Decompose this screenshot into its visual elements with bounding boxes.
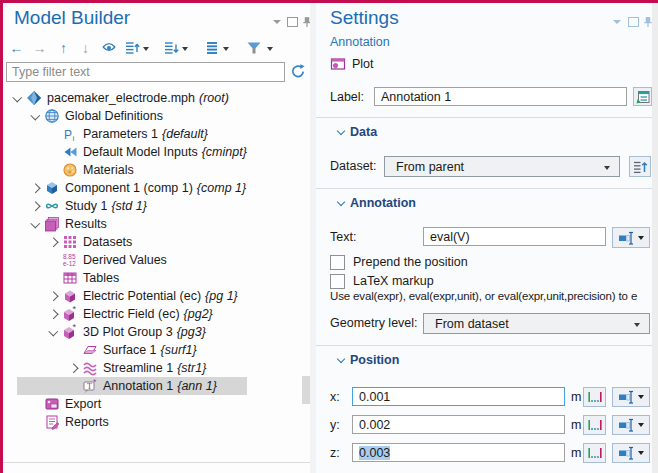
go-to-source-button[interactable] <box>629 156 651 177</box>
y-input[interactable] <box>352 415 565 434</box>
z-label: z: <box>330 446 340 460</box>
y-range-button[interactable] <box>583 415 606 435</box>
scrollbar-thumb[interactable] <box>302 376 310 404</box>
svg-text:P: P <box>64 128 72 142</box>
pin-icon[interactable] <box>300 16 310 28</box>
latex-markup-checkbox-row[interactable]: LaTeX markup <box>330 273 434 289</box>
dataset-dropdown[interactable]: From parent <box>384 156 620 177</box>
chevron-expanded-icon[interactable] <box>27 222 43 227</box>
svg-text:T: T <box>87 382 92 391</box>
plot-button[interactable]: Plot <box>330 55 374 73</box>
latex-markup-checkbox[interactable] <box>330 274 345 289</box>
section-chevron-icon[interactable] <box>332 130 350 134</box>
tree-item-reports[interactable]: Reports <box>3 413 310 431</box>
back-arrow-icon[interactable]: ← <box>8 40 25 56</box>
geometry-level-dropdown[interactable]: From dataset <box>423 313 650 334</box>
study-icon <box>44 198 60 214</box>
insert-expression-icon <box>618 230 634 246</box>
panel-menu-icon[interactable] <box>610 16 624 28</box>
tree-item-3d-plot-group[interactable]: * 3D Plot Group 3 {pg3} <box>3 323 310 341</box>
range-icon <box>587 389 603 405</box>
chevron-expanded-icon[interactable] <box>45 330 61 335</box>
forward-arrow-icon[interactable]: → <box>31 40 48 56</box>
tree-item-tables[interactable]: Tables <box>3 269 310 287</box>
annotation-text-input[interactable] <box>423 227 606 246</box>
rename-button[interactable] <box>633 87 652 106</box>
prepend-position-checkbox[interactable] <box>330 255 345 270</box>
chevron-expanded-icon[interactable] <box>27 114 43 119</box>
move-down-arrow-icon[interactable]: ↓ <box>77 40 94 56</box>
show-eye-icon[interactable] <box>101 40 118 56</box>
label-input[interactable] <box>374 87 627 106</box>
filter-funnel-caret[interactable] <box>267 47 273 51</box>
node-text-caret[interactable] <box>223 47 229 51</box>
default-model-inputs-icon <box>62 144 78 160</box>
insert-expression-button[interactable] <box>612 227 650 248</box>
chevron-collapsed-icon[interactable] <box>27 185 43 192</box>
tree-item-datasets[interactable]: Datasets <box>3 233 310 251</box>
chevron-collapsed-icon[interactable] <box>65 365 81 372</box>
x-range-button[interactable] <box>583 387 606 407</box>
tree-item-study[interactable]: Study 1 {std 1} <box>3 197 310 215</box>
tree-item-root[interactable]: pacemaker_electrode.mph (root) <box>3 89 310 107</box>
tree-item-electric-potential[interactable]: Electric Potential (ec) {pg 1} <box>3 287 310 305</box>
expand-all-icon[interactable] <box>124 40 141 56</box>
node-text-icon[interactable] <box>204 40 221 56</box>
filter-funnel-icon[interactable] <box>246 40 263 56</box>
y-insert-expression-button[interactable] <box>612 415 650 435</box>
pin-icon[interactable] <box>641 16 652 28</box>
data-section-header[interactable]: Data <box>332 124 377 140</box>
chevron-expanded-icon[interactable] <box>9 96 25 101</box>
position-section-header[interactable]: Position <box>332 352 399 368</box>
dropdown-caret-icon <box>634 323 640 327</box>
chevron-collapsed-icon[interactable] <box>45 239 61 246</box>
range-icon <box>587 417 603 433</box>
annotation-icon: T* <box>82 378 98 394</box>
dataset-label: Dataset: <box>330 159 377 173</box>
settings-subtitle-link[interactable]: Annotation <box>330 35 390 49</box>
x-insert-expression-button[interactable] <box>612 387 650 407</box>
tree-item-streamline[interactable]: Streamline 1 {str1} <box>3 359 310 377</box>
tree-item-results[interactable]: Results <box>3 215 310 233</box>
collapse-all-caret[interactable] <box>182 47 188 51</box>
tree-item-electric-field[interactable]: * Electric Field (ec) {pg2} <box>3 305 310 323</box>
tree-item-derived-values[interactable]: 8.85e-12 Derived Values <box>3 251 310 269</box>
z-range-button[interactable] <box>583 443 606 463</box>
restore-window-icon[interactable] <box>285 16 299 28</box>
chevron-collapsed-icon[interactable] <box>27 203 43 210</box>
section-chevron-icon[interactable] <box>332 358 350 362</box>
tree-item-materials[interactable]: Materials <box>3 161 310 179</box>
tree-item-global-definitions[interactable]: Global Definitions <box>3 107 310 125</box>
collapse-all-icon[interactable] <box>163 40 180 56</box>
z-input[interactable]: 0.003 <box>352 443 565 462</box>
model-root-icon <box>26 90 42 106</box>
right-edge-strip <box>652 3 658 473</box>
panel-menu-icon[interactable] <box>270 16 284 28</box>
derived-values-icon: 8.85e-12 <box>62 252 78 268</box>
section-separator <box>316 117 652 118</box>
tree-item-parameters[interactable]: Pi Parameters 1 {default} <box>3 125 310 143</box>
panel-splitter[interactable] <box>310 3 316 473</box>
results-icon <box>44 216 60 232</box>
filter-input[interactable] <box>6 62 285 82</box>
expand-all-caret[interactable] <box>143 47 149 51</box>
settings-title: Settings <box>330 7 399 29</box>
x-input[interactable] <box>352 387 565 406</box>
chevron-collapsed-icon[interactable] <box>45 311 61 318</box>
annotation-section-header[interactable]: Annotation <box>332 195 416 211</box>
plot-group-new-icon: * <box>62 306 78 322</box>
tree-item-annotation[interactable]: T* Annotation 1 {ann 1} <box>17 377 247 395</box>
tree-item-export[interactable]: Export <box>3 395 310 413</box>
chevron-collapsed-icon[interactable] <box>45 293 61 300</box>
tree-item-surface[interactable]: Surface 1 {surf1} <box>3 341 310 359</box>
z-insert-expression-button[interactable] <box>612 443 650 463</box>
section-chevron-icon[interactable] <box>332 201 350 205</box>
datasets-icon <box>62 234 78 250</box>
tree-item-component[interactable]: Component 1 (comp 1) {comp 1} <box>3 179 310 197</box>
move-up-arrow-icon[interactable]: ↑ <box>55 40 72 56</box>
export-icon <box>44 396 60 412</box>
tree-item-default-model-inputs[interactable]: Default Model Inputs {cminpt} <box>3 143 310 161</box>
refresh-icon[interactable] <box>290 63 306 79</box>
restore-window-icon[interactable] <box>626 16 640 28</box>
prepend-position-checkbox-row[interactable]: Prepend the position <box>330 254 468 270</box>
